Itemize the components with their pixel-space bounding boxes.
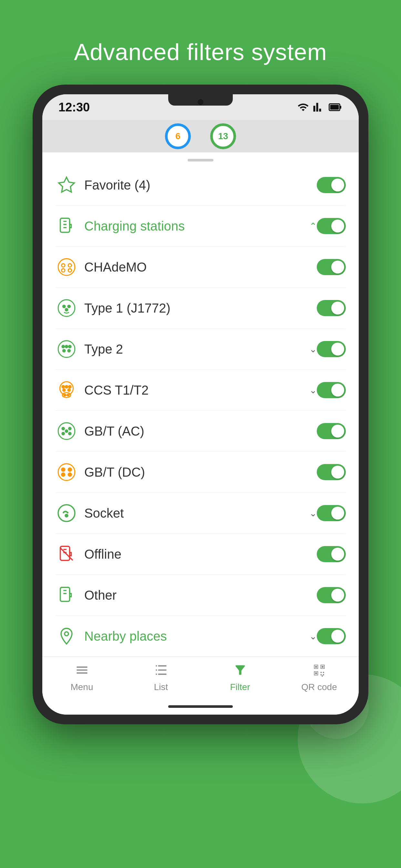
nav-item-qrcode[interactable]: QR code <box>280 657 359 699</box>
svg-point-31 <box>68 427 71 430</box>
filter-item-ccs[interactable]: CCS T1/T2 ⌄ <box>55 370 346 411</box>
svg-point-11 <box>63 305 65 308</box>
nav-label-qrcode: QR code <box>301 682 337 692</box>
svg-point-7 <box>68 264 71 267</box>
filter-item-gbt-ac[interactable]: GB/T (AC) <box>55 411 346 452</box>
filter-item-gbt-dc[interactable]: GB/T (DC) <box>55 452 346 493</box>
map-preview: 6 13 <box>42 120 359 152</box>
svg-point-6 <box>62 264 65 267</box>
toggle-socket[interactable] <box>317 505 346 521</box>
svg-point-13 <box>65 308 68 311</box>
filter-item-chademo[interactable]: CHAdeMO <box>55 247 346 288</box>
status-time: 12:30 <box>58 100 90 114</box>
svg-point-5 <box>58 259 75 275</box>
status-bar: 12:30 <box>42 94 359 120</box>
svg-point-37 <box>68 468 71 471</box>
toggle-gbt-dc[interactable] <box>317 464 346 480</box>
svg-point-33 <box>68 432 71 435</box>
filter-item-charging-stations[interactable]: Charging stations ⌃ <box>55 206 346 247</box>
svg-rect-2 <box>340 106 342 109</box>
svg-marker-3 <box>59 177 74 192</box>
status-icons <box>297 101 343 113</box>
chevron-up-icon: ⌃ <box>309 221 317 231</box>
toggle-offline[interactable] <box>317 546 346 562</box>
svg-point-41 <box>65 515 68 517</box>
chevron-down-socket-icon: ⌄ <box>309 508 317 519</box>
filter-item-favorite[interactable]: Favorite (4) <box>55 165 346 206</box>
svg-point-18 <box>63 349 65 352</box>
svg-point-14 <box>58 341 75 358</box>
connector-chademo-icon <box>55 256 78 278</box>
connector-gbt-dc-icon <box>55 461 78 484</box>
svg-point-15 <box>62 345 65 348</box>
toggle-type2[interactable] <box>317 341 346 357</box>
svg-rect-44 <box>60 587 70 601</box>
location-icon <box>55 625 78 647</box>
filter-label-favorite: Favorite (4) <box>84 178 317 192</box>
nav-item-list[interactable]: List <box>121 657 201 699</box>
svg-point-36 <box>62 468 65 471</box>
toggle-ccs[interactable] <box>317 382 346 398</box>
svg-rect-1 <box>330 105 339 110</box>
filter-label-charging-stations: Charging stations <box>84 219 306 234</box>
toggle-favorite[interactable] <box>317 177 346 193</box>
toggle-gbt-ac[interactable] <box>317 423 346 439</box>
svg-point-19 <box>68 349 70 352</box>
svg-point-8 <box>62 269 65 272</box>
svg-point-24 <box>63 389 65 392</box>
nav-label-filter: Filter <box>230 682 250 692</box>
filter-item-offline[interactable]: Offline <box>55 534 346 575</box>
drawer-handle[interactable] <box>42 152 359 165</box>
toggle-charging-stations[interactable] <box>317 218 346 234</box>
connector-gbt-ac-icon <box>55 420 78 442</box>
filter-item-nearby-places[interactable]: Nearby places ⌄ <box>55 616 346 656</box>
nav-item-filter[interactable]: Filter <box>201 657 280 699</box>
list-icon <box>154 663 168 679</box>
home-bar <box>168 705 233 708</box>
connector-ccs-icon <box>55 379 78 401</box>
filter-label-other: Other <box>84 588 317 602</box>
toggle-type1[interactable] <box>317 300 346 316</box>
home-indicator <box>42 699 359 715</box>
svg-point-16 <box>68 345 71 348</box>
nav-label-list: List <box>154 682 168 692</box>
menu-icon <box>75 663 89 679</box>
filter-label-gbt-dc: GB/T (DC) <box>84 465 317 479</box>
bottom-nav: Menu List Filter <box>42 656 359 699</box>
phone-inner: 12:30 6 13 <box>42 94 359 715</box>
filter-icon <box>233 663 247 679</box>
svg-point-32 <box>62 432 65 435</box>
chevron-down-nearby-icon: ⌄ <box>309 631 317 642</box>
signal-icon <box>297 101 309 113</box>
svg-point-12 <box>68 305 70 308</box>
nav-item-menu[interactable]: Menu <box>42 657 121 699</box>
drawer-handle-bar <box>188 159 213 161</box>
filter-label-type1: Type 1 (J1772) <box>84 301 317 315</box>
socket-icon <box>55 502 78 524</box>
svg-point-17 <box>65 345 68 348</box>
map-marker-1: 6 <box>165 123 191 149</box>
toggle-other[interactable] <box>317 587 346 603</box>
page-title: Advanced filters system <box>74 39 327 65</box>
filter-label-nearby-places: Nearby places <box>84 629 306 644</box>
svg-rect-4 <box>60 218 70 232</box>
toggle-chademo[interactable] <box>317 259 346 275</box>
signal-bars-icon <box>313 101 325 113</box>
filter-item-type1[interactable]: Type 1 (J1772) <box>55 288 346 329</box>
filter-label-ccs: CCS T1/T2 <box>84 383 306 398</box>
toggle-nearby-places[interactable] <box>317 628 346 644</box>
filter-item-other[interactable]: Other <box>55 575 346 616</box>
svg-point-22 <box>68 385 71 388</box>
svg-point-23 <box>65 385 68 388</box>
chevron-down-type2-icon: ⌄ <box>309 344 317 354</box>
filter-label-socket: Socket <box>84 506 306 521</box>
charger-other-icon <box>55 584 78 607</box>
filter-item-type2[interactable]: Type 2 ⌄ <box>55 329 346 370</box>
camera-dot <box>197 99 204 105</box>
svg-point-34 <box>65 430 68 432</box>
svg-point-35 <box>58 464 75 480</box>
charger-icon <box>55 215 78 237</box>
charger-offline-icon <box>55 543 78 565</box>
filter-item-socket[interactable]: Socket ⌄ <box>55 493 346 534</box>
phone-frame: 12:30 6 13 <box>33 85 368 724</box>
